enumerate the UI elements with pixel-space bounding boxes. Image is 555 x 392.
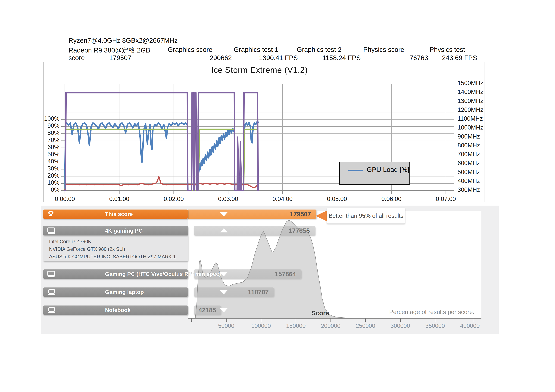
column-header-physics-test: Physics test <box>430 46 465 53</box>
score-axis-tick-label: 150000 <box>278 323 313 329</box>
row-label-4k-gaming-pc: 4K gaming PC <box>105 226 143 235</box>
callout-text-suffix: of all results <box>371 213 403 219</box>
score-axis-line <box>188 318 482 319</box>
y-axis-right-label: 700MHz <box>458 151 480 158</box>
dropdown-gaming-pc[interactable]: Gaming PC (HTC Vive/Oculus Rift min spec… <box>43 270 188 279</box>
graphics-score-value: 290662 <box>210 54 232 62</box>
gpu-spec: Radeon R9 380@定格 2GB <box>68 46 150 55</box>
score-axis-tick <box>400 319 401 322</box>
x-axis-time-label: 0:06:00 <box>368 196 415 202</box>
y-axis-left-label: 40% <box>37 158 59 165</box>
legend-label: GPU Load [%] <box>367 166 409 173</box>
y-axis-left-label: 20% <box>37 172 59 179</box>
y-axis-left-label: 80% <box>37 129 59 136</box>
chevron-down-icon <box>220 308 227 313</box>
score-axis-tick-label: 400000 <box>453 323 487 329</box>
chevron-up-icon <box>220 228 227 232</box>
benchmark-result-page: Ryzen7@4.0GHz 8GBx2@2667MHz Radeon R9 38… <box>0 0 555 392</box>
callout-text-prefix: Better than <box>329 213 359 219</box>
row-label-notebook: Notebook <box>105 306 131 315</box>
physics-score-value: 76763 <box>410 54 428 62</box>
y-axis-right-label: 500MHz <box>458 169 480 176</box>
distribution-note: Percentage of results per score. <box>389 309 487 315</box>
score-axis-tick-label: 300000 <box>383 323 418 329</box>
score-axis-tick-label: 350000 <box>418 323 453 329</box>
x-axis-time-label: 0:07:00 <box>422 196 470 202</box>
y-axis-left-label: 50% <box>37 151 59 158</box>
score-axis-tick <box>261 319 261 322</box>
y-axis-right-label: 400MHz <box>458 178 480 184</box>
column-header-physics-score: Physics score <box>363 46 404 53</box>
score-axis-tick <box>191 319 192 322</box>
desktop-icon <box>47 227 55 235</box>
series-gpu-memory-clock-mhz- <box>65 93 258 191</box>
score-axis-title: Score <box>299 310 329 317</box>
score-label: score <box>68 54 85 62</box>
x-axis-time-label: 0:05:00 <box>313 196 361 202</box>
x-axis-time-label: 0:01:00 <box>95 196 143 202</box>
x-axis-time-label: 0:04:00 <box>259 196 306 202</box>
y-axis-left-label: 70% <box>37 137 59 143</box>
y-axis-right-label: 1000MHz <box>458 124 483 131</box>
y-axis-right-label: 800MHz <box>458 142 480 149</box>
score-axis-tick-label: 50000 <box>209 323 244 329</box>
series-cpu-memory-load- <box>65 176 258 190</box>
desktop-icon <box>47 271 55 278</box>
4k-gaming-pc-details: Intel Core i7-4790K NVIDIA GeForce GTX 9… <box>43 235 188 261</box>
score-axis-tick <box>470 319 470 322</box>
y-axis-right-label: 900MHz <box>458 133 480 140</box>
row-label-this-score: This score <box>105 209 133 219</box>
chevron-down-icon <box>220 290 227 294</box>
y-axis-left-label: 30% <box>37 165 59 172</box>
x-axis-time-label: 0:03:00 <box>204 196 252 202</box>
y-axis-right-label: 1400MHz <box>458 89 483 95</box>
score-axis-tick <box>435 319 435 322</box>
score-axis-tick <box>365 319 366 322</box>
series-gpu-core-clock-mhz- <box>65 129 258 191</box>
x-axis-time-label: 0:00:00 <box>41 196 89 202</box>
score-axis-tick <box>296 319 296 322</box>
trophy-icon <box>47 211 54 219</box>
chart-title: Ice Storm Extreme (V1.2) <box>65 65 454 75</box>
better-than-callout: Better than 95% of all results <box>327 208 405 224</box>
chevron-down-icon <box>220 272 227 276</box>
y-axis-left-label: 10% <box>37 179 59 186</box>
dropdown-notebook[interactable]: Notebook <box>43 306 188 315</box>
y-axis-left-label: 100% <box>37 115 59 122</box>
row-label-gaming-laptop: Gaming laptop <box>105 287 144 297</box>
graphics-test-2-value: 1158.24 FPS <box>322 54 361 62</box>
dropdown-this-score[interactable]: This score <box>43 209 188 219</box>
graphics-test-1-value: 1390.41 FPS <box>259 54 298 62</box>
physics-test-value: 243.69 FPS <box>442 54 477 62</box>
y-axis-left-label: 0% <box>37 186 59 193</box>
dropdown-gaming-laptop[interactable]: Gaming laptop <box>43 287 188 297</box>
y-axis-left-label: 60% <box>37 144 59 150</box>
chart-legend: GPU Load [%] <box>339 162 410 185</box>
y-axis-right-label: 1300MHz <box>458 98 483 104</box>
row-label-gaming-pc: Gaming PC (HTC Vive/Oculus Rift min spec… <box>105 270 221 279</box>
callout-percent: 95% <box>359 213 371 219</box>
y-axis-left-label: 90% <box>37 122 59 129</box>
detail-motherboard: ASUSTeK COMPUTER INC. SABERTOOTH Z97 MAR… <box>49 254 176 260</box>
total-score-value: 179507 <box>109 54 131 62</box>
chevron-down-icon <box>220 212 227 216</box>
score-axis-tick <box>330 319 331 322</box>
detail-cpu: Intel Core i7-4790K <box>49 239 91 244</box>
y-axis-right-label: 600MHz <box>458 160 480 166</box>
score-axis-tick <box>226 319 226 322</box>
laptop-icon <box>47 306 56 314</box>
y-axis-right-label: 300MHz <box>458 186 480 193</box>
y-axis-right-label: 1200MHz <box>458 107 483 113</box>
laptop-icon <box>47 289 56 297</box>
results-distribution-curve <box>188 210 482 319</box>
cpu-memory-spec: Ryzen7@4.0GHz 8GBx2@2667MHz <box>68 37 178 44</box>
score-axis-end-tick <box>474 319 474 322</box>
detail-gpu: NVIDIA GeForce GTX 980 (2x SLI) <box>49 246 125 252</box>
callout-arrow-icon <box>316 210 327 221</box>
y-axis-right-label: 1500MHz <box>458 80 483 86</box>
column-header-graphics-score: Graphics score <box>168 46 212 53</box>
score-axis-tick-label: 200000 <box>313 323 348 329</box>
legend-line-swatch <box>348 170 363 171</box>
score-axis-tick-label: 250000 <box>348 323 383 329</box>
dropdown-4k-gaming-pc[interactable]: 4K gaming PC <box>43 226 188 235</box>
